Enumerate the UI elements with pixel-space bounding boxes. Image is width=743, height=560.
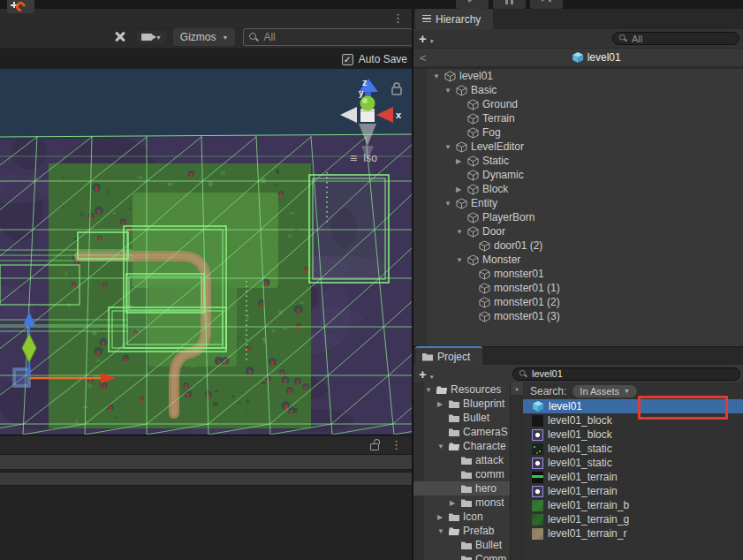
bottom-panel-row[interactable] bbox=[0, 454, 413, 470]
scene-search-input[interactable] bbox=[263, 31, 406, 43]
scroll-up-button[interactable]: ▲ bbox=[511, 382, 523, 395]
asset-label: level01 bbox=[549, 400, 582, 412]
auto-save-checkbox[interactable]: ✓ bbox=[342, 54, 353, 65]
project-search-field[interactable] bbox=[512, 367, 740, 381]
hierarchy-tree-item[interactable]: Terrain bbox=[413, 111, 743, 125]
iso-menu-icon[interactable]: ≡ bbox=[350, 151, 357, 165]
expander-icon[interactable]: ▶ bbox=[456, 185, 467, 193]
hierarchy-tree-item[interactable]: PlayerBorn bbox=[413, 210, 743, 224]
hierarchy-tree-item[interactable]: ▼ LevelEditor bbox=[413, 140, 743, 154]
scene-toolbar: ▼ Gizmos ▼ bbox=[0, 26, 413, 49]
breadcrumb[interactable]: level01 bbox=[572, 49, 621, 66]
project-folder-item[interactable]: ▼ Resources bbox=[413, 382, 510, 397]
project-folder-item[interactable]: comm bbox=[413, 467, 510, 481]
tools-icon[interactable] bbox=[113, 30, 126, 44]
tab-hierarchy[interactable]: Hierarchy bbox=[415, 9, 493, 29]
asset-result-row[interactable]: level01_terrain_r bbox=[523, 526, 743, 541]
pause-button[interactable] bbox=[493, 0, 526, 9]
project-folder-item[interactable]: ▶ Blueprint bbox=[413, 397, 510, 411]
hierarchy-tab-label: Hierarchy bbox=[436, 13, 481, 26]
asset-result-row[interactable]: level01_terrain bbox=[523, 484, 743, 498]
hierarchy-tree-item[interactable]: ▼ Door bbox=[413, 224, 743, 238]
scene-camera-button[interactable]: ▼ bbox=[137, 31, 166, 43]
hierarchy-tree-item[interactable]: ▼ Monster bbox=[413, 253, 743, 267]
folder-icon bbox=[422, 352, 433, 361]
axis-z-label[interactable]: z bbox=[362, 77, 368, 87]
asset-thumbnail-icon bbox=[532, 528, 543, 540]
asset-result-row[interactable]: level01 bbox=[523, 399, 743, 413]
hierarchy-tree-item[interactable]: Dynamic bbox=[413, 168, 743, 182]
expander-icon[interactable]: ▶ bbox=[437, 513, 449, 521]
project-folder-item[interactable]: Comm bbox=[413, 552, 510, 560]
hierarchy-tree-item[interactable]: Fog bbox=[413, 125, 743, 140]
breadcrumb-back-button[interactable]: < bbox=[420, 51, 427, 64]
lock-open-icon[interactable] bbox=[370, 443, 379, 450]
asset-result-row[interactable]: level01_terrain bbox=[523, 470, 743, 484]
iso-label[interactable]: Iso bbox=[363, 152, 377, 164]
asset-result-row[interactable]: level01_static bbox=[523, 442, 743, 456]
search-scope-button[interactable]: In Assets ▼ bbox=[572, 385, 637, 397]
project-folder-item[interactable]: attack bbox=[413, 453, 510, 467]
hierarchy-tree-item[interactable]: door01 (2) bbox=[413, 238, 743, 253]
expander-icon[interactable]: ▼ bbox=[456, 256, 467, 264]
hierarchy-tree-item[interactable]: monster01 (1) bbox=[413, 281, 743, 295]
scope-button-label: In Assets bbox=[580, 386, 619, 397]
expander-icon[interactable]: ▼ bbox=[444, 200, 456, 208]
project-search-input[interactable] bbox=[532, 368, 734, 379]
hierarchy-tree-item[interactable]: monster01 (3) bbox=[413, 309, 743, 323]
pane-divider[interactable] bbox=[412, 0, 413, 560]
hierarchy-tree-item[interactable]: Ground bbox=[413, 97, 743, 111]
hierarchy-tree-item[interactable]: ▼ Entity bbox=[413, 196, 743, 210]
project-folder-item[interactable]: ▶ monst bbox=[413, 496, 510, 510]
project-folder-item[interactable]: hero bbox=[413, 481, 510, 496]
hierarchy-tree-item[interactable]: monster01 (2) bbox=[413, 295, 743, 309]
asset-result-row[interactable]: level01_block bbox=[523, 413, 743, 428]
project-folder-item[interactable]: CameraS bbox=[413, 425, 510, 439]
expander-icon[interactable]: ▶ bbox=[456, 157, 467, 165]
tab-project[interactable]: Project bbox=[415, 346, 482, 365]
scene-view[interactable]: z y x ≡ Iso bbox=[0, 69, 413, 435]
project-folder-item[interactable]: ▼ Prefab bbox=[413, 524, 510, 538]
axis-y-label[interactable]: y bbox=[359, 88, 364, 98]
project-folder-item[interactable]: Bullet bbox=[413, 411, 510, 425]
step-button[interactable] bbox=[530, 0, 563, 9]
hierarchy-search-field[interactable] bbox=[612, 32, 739, 45]
scene-search-field[interactable] bbox=[243, 28, 413, 46]
cube-icon bbox=[479, 283, 490, 294]
hierarchy-tree-item[interactable]: ▼ Basic bbox=[413, 83, 743, 97]
hierarchy-create-button[interactable]: + ▼ bbox=[413, 31, 440, 46]
hierarchy-tree-item[interactable]: ▶ Block bbox=[413, 182, 743, 196]
collab-button[interactable] bbox=[7, 0, 34, 13]
project-folder-item[interactable]: Bullet bbox=[413, 538, 510, 552]
expander-icon[interactable]: ▼ bbox=[433, 72, 444, 80]
expander-icon[interactable]: ▼ bbox=[444, 143, 456, 151]
scene-menu-kebab-icon[interactable]: ⋮ bbox=[392, 12, 404, 24]
search-results-header: Search: In Assets ▼ bbox=[523, 382, 743, 399]
asset-result-row[interactable]: level01_terrain_g bbox=[523, 512, 743, 526]
expander-icon[interactable]: ▶ bbox=[437, 400, 449, 408]
expander-icon[interactable]: ▼ bbox=[437, 443, 449, 450]
play-button[interactable] bbox=[456, 0, 489, 9]
hierarchy-tree-item[interactable]: monster01 bbox=[413, 267, 743, 281]
hierarchy-search-input[interactable] bbox=[632, 34, 733, 44]
expander-icon[interactable]: ▼ bbox=[444, 87, 456, 95]
asset-result-row[interactable]: level01_static bbox=[523, 456, 743, 470]
axis-x-label[interactable]: x bbox=[396, 110, 402, 120]
asset-result-row[interactable]: level01_block bbox=[523, 428, 743, 442]
scene-viewport[interactable]: z y x ≡ Iso bbox=[0, 69, 413, 435]
project-folder-item[interactable]: ▼ Characte bbox=[413, 439, 510, 453]
expander-icon[interactable]: ▼ bbox=[456, 228, 467, 236]
bottom-panel-row[interactable] bbox=[0, 472, 413, 486]
chevron-down-icon: ▼ bbox=[624, 388, 630, 394]
project-create-button[interactable]: + ▼ bbox=[413, 367, 440, 382]
gizmos-button[interactable]: Gizmos ▼ bbox=[173, 28, 236, 46]
asset-result-row[interactable]: level01_terrain_b bbox=[523, 498, 743, 512]
hierarchy-tree-item[interactable]: ▶ Static bbox=[413, 154, 743, 168]
expander-icon[interactable]: ▶ bbox=[450, 499, 461, 507]
expander-icon[interactable]: ▼ bbox=[437, 527, 449, 535]
expander-icon[interactable]: ▼ bbox=[425, 386, 436, 394]
folder-tree-scrollbar[interactable]: ▲ bbox=[510, 382, 523, 560]
hierarchy-tree-item[interactable]: ▼ level01 bbox=[413, 69, 743, 83]
bottom-panel-kebab-icon[interactable]: ⋮ bbox=[390, 439, 402, 450]
project-folder-item[interactable]: ▶ Icon bbox=[413, 510, 510, 524]
